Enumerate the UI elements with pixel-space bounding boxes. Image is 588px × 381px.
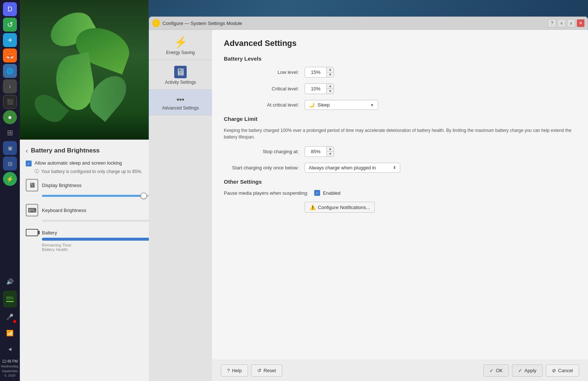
notif-warning-icon: ⚠️	[309, 204, 316, 210]
start-charging-value: Always charge when plugged in	[309, 165, 393, 170]
dialog-footer: ? Help ↺ Reset ✓ OK ✓ Apply ⊘ Cancel	[212, 360, 588, 381]
battery-bar-mini	[6, 301, 14, 302]
start-charging-chevron: ⬍	[393, 165, 396, 170]
footer-left-buttons: ? Help ↺ Reset	[221, 364, 282, 377]
critical-level-row: Critical level: 10% ▲ ▼	[224, 83, 576, 94]
remaining-time-label: Remaining Time:	[42, 243, 72, 247]
titlebar-app-icon: ⚡	[152, 19, 160, 27]
start-charging-dropdown[interactable]: Always charge when plugged in ⬍	[305, 163, 400, 173]
at-critical-icon: 🌙	[309, 102, 315, 108]
ok-button[interactable]: ✓ OK	[483, 364, 509, 377]
window-titlebar: ⚡ Configure — System Settings Module ? ∨…	[149, 17, 588, 30]
keyboard-brightness-icon: ⌨	[26, 204, 38, 216]
cancel-button[interactable]: ⊘ Cancel	[546, 364, 579, 377]
charge-limit-section-title: Charge Limit	[224, 116, 576, 122]
stop-charging-down[interactable]: ▼	[327, 152, 334, 157]
help-button[interactable]: ? Help	[221, 364, 248, 377]
battery-warning-icon: ⓘ	[35, 168, 39, 175]
taskbar-sound[interactable]: 🔊	[3, 274, 17, 288]
low-level-label: Low level:	[224, 69, 305, 75]
configure-notif-label: Configure Notifications...	[318, 205, 370, 210]
at-critical-value: Sleep	[318, 102, 370, 108]
low-level-spinbox[interactable]: 15% ▲ ▼	[305, 67, 334, 78]
titlebar-left: ⚡ Configure — System Settings Module	[152, 19, 242, 27]
battery-health-label: Battery Health:	[42, 247, 69, 252]
at-critical-dropdown[interactable]: 🌙 Sleep ▼	[305, 100, 378, 110]
nav-energy-saving[interactable]: ⚡ Energy Saving	[149, 30, 212, 60]
stop-charging-up[interactable]: ▲	[327, 147, 334, 152]
titlebar-dropdown-button[interactable]: ∨	[557, 19, 566, 27]
help-label: Help	[232, 368, 242, 373]
battery-icon	[26, 229, 38, 236]
other-settings-section-title: Other Settings	[224, 179, 576, 185]
taskbar-discord[interactable]: D	[3, 2, 17, 16]
stop-charging-arrows: ▲ ▼	[326, 147, 334, 157]
stop-charging-label: Stop charging at:	[224, 149, 305, 154]
taskbar-network[interactable]: 🌐	[3, 64, 17, 78]
at-critical-row: At critical level: 🌙 Sleep ▼	[224, 100, 576, 110]
taskbar-green-app[interactable]: ●	[3, 110, 17, 124]
pause-media-label: Pause media players when suspending:	[224, 190, 314, 196]
critical-level-spinbox[interactable]: 10% ▲ ▼	[305, 83, 334, 94]
battery-levels-section-title: Battery Levels	[224, 55, 576, 62]
taskbar-date-3: 9, 2020	[1, 373, 19, 378]
critical-level-label: Critical level:	[224, 86, 305, 91]
footer-right-buttons: ✓ OK ✓ Apply ⊘ Cancel	[483, 364, 579, 377]
cancel-label: Cancel	[558, 368, 573, 373]
taskbar-audio-out[interactable]: ◄	[3, 342, 17, 356]
taskbar-firefox[interactable]: 🦊	[3, 48, 17, 62]
battery-warning-text: Your battery is configured to only charg…	[41, 169, 142, 174]
taskbar: D ↺ ✈ 🦊 🌐 › ⬛ ● ⊞ ▣ ▤ ⚡ 🔊 80% 🎤 📶 ◄ 12:4…	[0, 0, 20, 381]
apply-button[interactable]: ✓ Apply	[512, 364, 543, 377]
taskbar-terminal[interactable]: ⬛	[3, 95, 17, 109]
taskbar-doc2[interactable]: ▤	[3, 157, 17, 170]
critical-level-arrows: ▲ ▼	[326, 84, 334, 94]
taskbar-doc1[interactable]: ▣	[3, 141, 17, 155]
nav-activity-label: Activity Settings	[165, 80, 196, 85]
reset-button[interactable]: ↺ Reset	[251, 364, 282, 377]
nav-advanced-settings[interactable]: ••• Advanced Settings	[149, 90, 212, 115]
titlebar-controls: ? ∨ ∧ ✕	[548, 19, 585, 27]
taskbar-wifi[interactable]: 📶	[3, 326, 17, 340]
critical-level-value: 10%	[305, 85, 326, 93]
nav-advanced-icon: •••	[176, 96, 184, 104]
taskbar-grid[interactable]: ⊞	[3, 126, 17, 140]
pause-media-status: Enabled	[323, 190, 341, 196]
configure-notif-row: ⚠️ Configure Notifications...	[305, 202, 576, 213]
nav-advanced-label: Advanced Settings	[162, 105, 199, 111]
taskbar-telegram[interactable]: ✈	[3, 33, 17, 47]
allow-sleep-checkbox[interactable]: ✓	[26, 161, 32, 166]
apply-label: Apply	[524, 368, 537, 373]
start-charging-label: Start charging only once below:	[224, 165, 305, 170]
titlebar-help-button[interactable]: ?	[548, 19, 556, 27]
stop-charging-spinbox[interactable]: 85% ▲ ▼	[305, 146, 334, 157]
low-level-up[interactable]: ▲	[327, 67, 334, 72]
dialog-title: Advanced Settings	[224, 39, 576, 48]
ok-icon: ✓	[490, 368, 494, 373]
critical-level-down[interactable]: ▼	[327, 89, 334, 94]
taskbar-power[interactable]: ⚡	[3, 172, 17, 186]
titlebar-title: Configure — System Settings Module	[162, 21, 242, 26]
titlebar-minimize-button[interactable]: ∧	[567, 19, 575, 27]
reset-label: Reset	[263, 368, 276, 373]
taskbar-battery-tray[interactable]: 80%	[3, 291, 17, 308]
low-level-down[interactable]: ▼	[327, 72, 334, 77]
nav-activity-settings[interactable]: 🖥 Activity Settings	[149, 60, 212, 90]
display-brightness-icon: 🖥	[26, 179, 38, 191]
nav-column: ⚡ Energy Saving 🖥 Activity Settings ••• …	[149, 30, 212, 381]
pause-media-checkbox-area[interactable]: ✓ Enabled	[314, 190, 341, 196]
taskbar-arrow[interactable]: ›	[3, 79, 17, 93]
taskbar-datetime: 12:48 PM Wednesday, September 9, 2020	[1, 357, 19, 380]
display-slider-thumb[interactable]	[140, 193, 147, 199]
taskbar-mic[interactable]: 🎤	[3, 310, 17, 324]
configure-notifications-button[interactable]: ⚠️ Configure Notifications...	[305, 202, 375, 213]
nav-energy-label: Energy Saving	[166, 50, 195, 55]
pause-media-checkbox[interactable]: ✓	[314, 190, 320, 196]
low-level-row: Low level: 15% ▲ ▼	[224, 67, 576, 78]
taskbar-date-value: Wednesday,	[1, 364, 19, 369]
titlebar-close-button[interactable]: ✕	[577, 19, 585, 27]
panel-back-button[interactable]: ‹	[26, 147, 28, 155]
taskbar-refresh[interactable]: ↺	[3, 18, 17, 32]
battery-label-area: Battery	[26, 229, 57, 236]
critical-level-up[interactable]: ▲	[327, 84, 334, 89]
